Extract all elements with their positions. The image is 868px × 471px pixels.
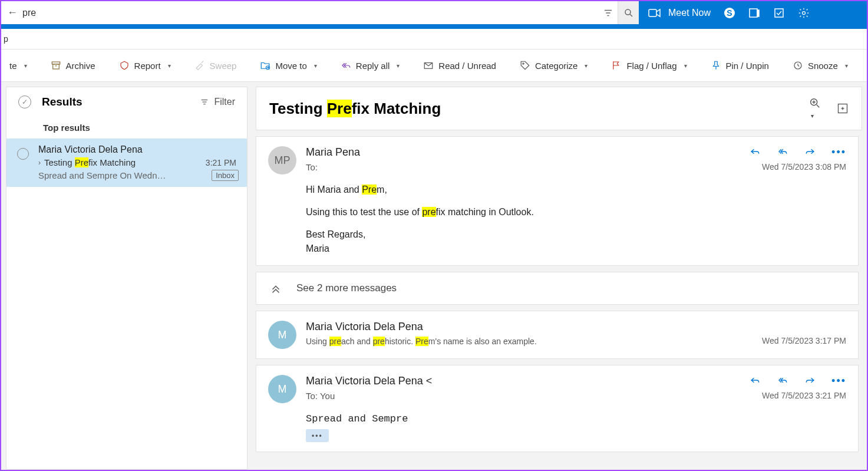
svg-point-20	[523, 63, 524, 64]
task-icon[interactable]	[773, 7, 785, 19]
reply-icon[interactable]	[749, 146, 761, 157]
svg-rect-10	[757, 12, 759, 14]
expand-quote-button[interactable]: •••	[306, 429, 329, 442]
chevron-right-icon: ›	[38, 159, 41, 167]
more-icon[interactable]: •••	[831, 375, 846, 387]
svg-line-4	[630, 14, 632, 17]
header-actions: Meet Now S	[639, 1, 819, 24]
content-area: ✓ Results Filter Top results Maria Victo…	[1, 82, 867, 470]
svg-rect-5	[649, 9, 656, 17]
report-button[interactable]: Report▾	[115, 58, 174, 73]
email-to: To:	[306, 162, 740, 172]
sub-bar: p	[1, 29, 867, 49]
search-button[interactable]	[618, 1, 639, 24]
svg-point-3	[625, 9, 631, 15]
skype-icon[interactable]: S	[724, 7, 735, 19]
svg-line-17	[202, 61, 203, 63]
email-card[interactable]: M Maria Victoria Dela Pena Using preach …	[256, 311, 859, 359]
subject-bar: Testing Prefix Matching ▾	[256, 87, 862, 130]
svg-rect-12	[775, 9, 783, 17]
avatar: M	[268, 321, 296, 349]
message-subject: Testing Prefix Matching	[44, 157, 136, 167]
reply-all-icon[interactable]	[776, 146, 789, 157]
command-toolbar: te▾ Archive Report▾ Sweep Move to▾ Reply…	[1, 49, 867, 82]
meet-now-label: Meet Now	[668, 8, 711, 18]
expand-icon[interactable]	[837, 103, 849, 114]
results-title: Results	[42, 95, 189, 108]
svg-text:S: S	[727, 8, 732, 18]
snooze-button[interactable]: Snooze▾	[789, 58, 852, 73]
top-results-label: Top results	[6, 117, 247, 139]
svg-rect-8	[750, 9, 757, 17]
email-from: Maria Victoria Dela Pena	[306, 321, 753, 333]
search-bar: ←	[1, 1, 639, 24]
email-date: Wed 7/5/2023 3:08 PM	[762, 162, 846, 172]
reply-all-button[interactable]: Reply all▾	[337, 58, 404, 73]
email-body: Spread and Sempre •••	[306, 411, 846, 442]
svg-rect-15	[52, 64, 59, 69]
reply-all-icon[interactable]	[776, 375, 789, 386]
see-more-button[interactable]: See 2 more messages	[256, 272, 859, 305]
search-input[interactable]	[20, 5, 599, 21]
categorize-button[interactable]: Categorize▾	[516, 58, 592, 73]
message-time: 3:21 PM	[206, 158, 239, 167]
avatar: MP	[268, 146, 296, 174]
svg-line-26	[817, 105, 820, 108]
email-date: Wed 7/5/2023 3:21 PM	[762, 391, 846, 400]
email-to: To: You	[306, 391, 740, 401]
email-card[interactable]: MP Maria Pena To: ••• Wed 7/5/2023 3:08 …	[256, 136, 859, 266]
svg-point-13	[803, 11, 806, 14]
forward-icon[interactable]	[804, 146, 816, 157]
email-card[interactable]: M Maria Victoria Dela Pena < To: You •••…	[256, 365, 859, 452]
read-unread-button[interactable]: Read / Unread	[420, 58, 500, 73]
reading-pane: Testing Prefix Matching ▾ MP Maria Pena …	[256, 87, 862, 470]
message-sender: Maria Victoria Dela Pena	[38, 144, 239, 155]
thread-scroll[interactable]: MP Maria Pena To: ••• Wed 7/5/2023 3:08 …	[256, 130, 862, 470]
filter-button[interactable]: Filter	[200, 97, 235, 107]
email-date: Wed 7/5/2023 3:17 PM	[762, 336, 846, 345]
ribbon-strip	[1, 24, 867, 29]
onenote-icon[interactable]	[748, 7, 760, 19]
message-item[interactable]: Maria Victoria Dela Pena › Testing Prefi…	[6, 139, 247, 187]
message-preview: Spread and Sempre On Wedn…	[38, 170, 207, 180]
svg-rect-11	[757, 15, 759, 17]
forward-icon[interactable]	[804, 375, 816, 386]
select-message-icon[interactable]	[17, 148, 29, 160]
svg-rect-9	[757, 10, 759, 12]
email-from: Maria Pena	[306, 146, 740, 159]
select-all-icon[interactable]: ✓	[18, 95, 31, 108]
folder-badge: Inbox	[212, 170, 239, 181]
archive-button[interactable]: Archive	[47, 58, 99, 73]
message-list-pane: ✓ Results Filter Top results Maria Victo…	[6, 87, 247, 470]
back-icon[interactable]: ←	[5, 6, 20, 19]
title-bar: ← Meet Now S	[1, 1, 867, 24]
email-from: Maria Victoria Dela Pena <	[306, 375, 740, 387]
settings-icon[interactable]	[798, 7, 810, 19]
meet-now-button[interactable]: Meet Now	[648, 8, 711, 18]
more-icon[interactable]: •••	[831, 146, 846, 159]
move-to-button[interactable]: Move to▾	[256, 58, 320, 73]
results-header: ✓ Results Filter	[6, 87, 247, 117]
pin-button[interactable]: Pin / Unpin	[707, 58, 773, 73]
email-preview: Using preach and prehistoric. Prem's nam…	[306, 337, 753, 346]
zoom-icon[interactable]: ▾	[808, 97, 821, 120]
email-body: Hi Maria and Prem, Using this to test th…	[306, 183, 846, 256]
flag-button[interactable]: Flag / Unflag▾	[608, 58, 690, 73]
search-filter-icon[interactable]	[599, 1, 618, 24]
avatar: M	[268, 375, 296, 403]
email-subject: Testing Prefix Matching	[269, 100, 808, 118]
reply-icon[interactable]	[749, 375, 761, 386]
delete-button[interactable]: te▾	[6, 58, 31, 73]
sweep-button: Sweep	[191, 58, 240, 73]
